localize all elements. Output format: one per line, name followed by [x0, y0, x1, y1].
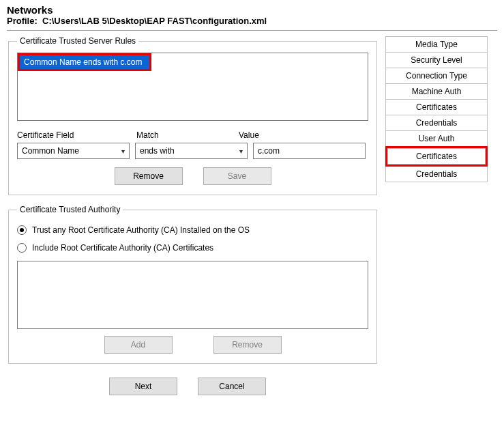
add-authority-button[interactable]: Add — [104, 336, 173, 354]
cancel-button[interactable]: Cancel — [198, 378, 266, 395]
save-rule-button[interactable]: Save — [203, 167, 271, 185]
rule-item[interactable]: Common Name ends with c.com — [20, 55, 149, 69]
certificate-field-value: Common Name — [22, 146, 79, 156]
sidebar-item-connection-type[interactable]: Connection Type — [385, 68, 488, 84]
radio-trust-any[interactable]: Trust any Root Certificate Authority (CA… — [17, 225, 368, 235]
profile-label: Profile: — [7, 16, 38, 26]
sidebar-item-credentials-machine[interactable]: Credentials — [385, 115, 488, 131]
sidebar-item-user-auth[interactable]: User Auth — [385, 131, 488, 147]
radio-icon — [17, 225, 27, 235]
sidebar-item-certificates-machine[interactable]: Certificates — [385, 100, 488, 115]
chevron-down-icon: ▾ — [117, 147, 129, 155]
radio-include[interactable]: Include Root Certificate Authority (CA) … — [17, 243, 368, 253]
page-title: Networks — [7, 4, 497, 16]
radio-trust-any-label: Trust any Root Certificate Authority (CA… — [32, 225, 250, 235]
match-label: Match — [136, 130, 239, 140]
sidebar-item-media-type[interactable]: Media Type — [385, 37, 488, 53]
value-input[interactable] — [253, 143, 366, 159]
chevron-down-icon: ▾ — [235, 147, 247, 155]
radio-include-label: Include Root Certificate Authority (CA) … — [32, 243, 213, 253]
sidebar-item-machine-auth[interactable]: Machine Auth — [385, 84, 488, 100]
next-button[interactable]: Next — [109, 378, 177, 395]
separator — [7, 30, 497, 31]
rules-listbox[interactable]: Common Name ends with c.com — [17, 53, 368, 121]
trusted-server-rules-group: Certificate Trusted Server Rules Common … — [8, 36, 377, 195]
trusted-authority-legend: Certificate Trusted Authority — [17, 205, 123, 214]
profile-path: C:\Users\LAB 5\Desktop\EAP FAST\configur… — [42, 16, 267, 26]
authority-listbox[interactable] — [17, 261, 368, 329]
radio-icon — [17, 243, 27, 253]
sidebar: Media Type Security Level Connection Typ… — [385, 36, 488, 182]
certificate-field-label: Certificate Field — [17, 130, 136, 140]
sidebar-highlight: Certificates — [385, 146, 488, 167]
match-select[interactable]: ends with ▾ — [135, 143, 248, 159]
remove-rule-button[interactable]: Remove — [115, 167, 183, 185]
match-value: ends with — [140, 146, 175, 156]
value-label: Value — [239, 130, 341, 140]
rule-highlight: Common Name ends with c.com — [18, 53, 151, 71]
sidebar-item-security-level[interactable]: Security Level — [385, 53, 488, 68]
certificate-field-select[interactable]: Common Name ▾ — [17, 143, 130, 159]
sidebar-item-certificates-user[interactable]: Certificates — [387, 148, 486, 165]
sidebar-item-credentials-user[interactable]: Credentials — [385, 167, 488, 182]
trusted-authority-group: Certificate Trusted Authority Trust any … — [8, 205, 377, 364]
trusted-server-rules-legend: Certificate Trusted Server Rules — [17, 36, 138, 46]
remove-authority-button[interactable]: Remove — [213, 336, 282, 354]
profile-line: Profile: C:\Users\LAB 5\Desktop\EAP FAST… — [7, 16, 497, 26]
